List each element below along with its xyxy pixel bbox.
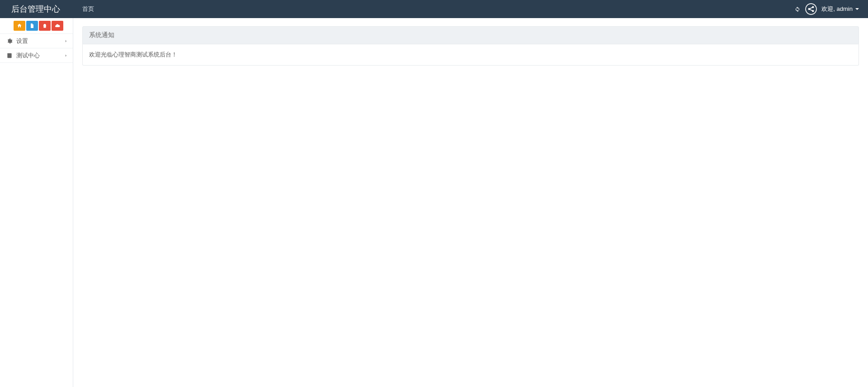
content-area: 系统通知 欢迎光临心理智商测试系统后台！: [73, 18, 868, 387]
svg-line-5: [809, 9, 813, 11]
sidebar-quick-buttons: [0, 18, 73, 33]
navbar-right: 欢迎, admin: [794, 3, 863, 15]
sidebar-item-label: 设置: [16, 37, 28, 45]
sidebar-item-label: 测试中心: [16, 52, 40, 60]
welcome-text: 欢迎, admin: [821, 5, 853, 13]
file-icon: [29, 23, 35, 28]
main-layout: 设置 测试中心 系统通知 欢迎光临心理智商测试系统后台！: [0, 18, 868, 387]
tab-label: 首页: [82, 5, 94, 13]
gears-icon: [6, 38, 13, 44]
chevron-right-icon: [64, 39, 68, 43]
sidebar-menu: 设置 测试中心: [0, 33, 73, 63]
cloud-icon: [55, 23, 60, 28]
panel-title: 系统通知: [82, 26, 859, 44]
refresh-icon[interactable]: [794, 6, 801, 12]
panel-body: 欢迎光临心理智商测试系统后台！: [82, 44, 859, 66]
caret-down-icon: [855, 8, 859, 10]
sidebar: 设置 测试中心: [0, 18, 73, 387]
svg-line-4: [809, 7, 813, 9]
sidebar-item-settings[interactable]: 设置: [0, 34, 73, 48]
quick-trash-button[interactable]: [39, 21, 51, 31]
quick-home-button[interactable]: [14, 21, 25, 31]
svg-point-0: [806, 4, 816, 14]
user-menu[interactable]: 欢迎, admin: [821, 5, 859, 13]
top-navbar: 后台管理中心 首页 欢迎, admin: [0, 0, 868, 18]
quick-file-button[interactable]: [26, 21, 38, 31]
book-icon: [6, 52, 13, 59]
tab-home[interactable]: 首页: [76, 0, 100, 18]
share-icon[interactable]: [805, 3, 817, 15]
notice-panel: 系统通知 欢迎光临心理智商测试系统后台！: [82, 26, 859, 66]
home-icon: [17, 23, 22, 28]
top-tabs: 首页: [76, 0, 100, 18]
quick-cloud-button[interactable]: [52, 21, 63, 31]
chevron-right-icon: [64, 53, 68, 58]
sidebar-item-test-center[interactable]: 测试中心: [0, 48, 73, 63]
app-brand: 后台管理中心: [5, 4, 67, 14]
trash-icon: [42, 23, 47, 28]
